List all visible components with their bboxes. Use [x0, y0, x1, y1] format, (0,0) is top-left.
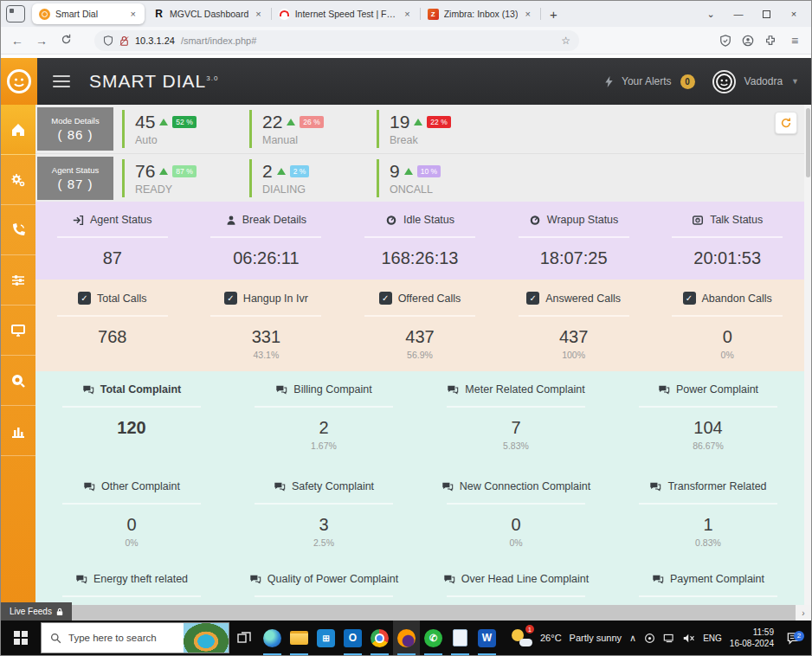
- sidebar-toggle-icon[interactable]: [53, 72, 70, 91]
- card-meter-related-complaint[interactable]: Meter Related Complaint 7 5.83%: [420, 371, 612, 468]
- back-icon[interactable]: ←: [10, 34, 25, 48]
- reload-icon[interactable]: [58, 34, 74, 48]
- checkbox-checked[interactable]: ✓: [683, 292, 696, 305]
- card-talk-status[interactable]: Talk Status 20:01:53: [650, 202, 804, 280]
- smart-dial-logo[interactable]: [1, 58, 37, 105]
- firefox-view-icon[interactable]: [6, 5, 25, 23]
- card-energy-theft-related[interactable]: Energy theft related: [35, 561, 228, 597]
- temperature[interactable]: 26°C: [540, 633, 562, 643]
- card-break-details[interactable]: Break Details 06:26:11: [190, 202, 344, 280]
- sidebar-item-controls[interactable]: [1, 255, 35, 305]
- search-highlight-image[interactable]: [184, 623, 229, 653]
- taskbar-notepad[interactable]: [447, 621, 474, 655]
- app-menu-icon[interactable]: ≡: [787, 34, 802, 48]
- language-indicator[interactable]: ENG: [703, 633, 722, 643]
- tab-zimbra[interactable]: Z Zimbra: Inbox (13) ×: [421, 3, 539, 24]
- list-tabs-icon[interactable]: ⌄: [699, 3, 723, 24]
- taskbar-clock[interactable]: 11:59 16-08-2024: [730, 627, 774, 650]
- network-display-icon[interactable]: [663, 633, 675, 644]
- bookmark-star-icon[interactable]: ☆: [561, 35, 570, 47]
- scrollbar-thumb[interactable]: [806, 108, 810, 177]
- insecure-lock-icon[interactable]: [119, 35, 129, 46]
- tab-smart-dial[interactable]: Smart Dial ×: [32, 3, 145, 24]
- card-safety-complaint[interactable]: Safety Complaint 3 2.5%: [228, 468, 420, 561]
- card-quality-of-power-complaint[interactable]: Quality of Power Complaint: [228, 561, 420, 597]
- tray-app-icon[interactable]: [644, 633, 655, 644]
- sidebar-item-home[interactable]: [1, 105, 35, 155]
- card-other-complaint[interactable]: Other Complaint 0 0%: [35, 468, 228, 561]
- shield-permissions-icon[interactable]: [103, 35, 113, 46]
- card-offered-calls[interactable]: ✓Offered Calls 437 56.9%: [343, 280, 497, 371]
- horizontal-scrollbar[interactable]: Live Feeds ›: [1, 605, 811, 621]
- card-payment-complaint[interactable]: Payment Complaint: [612, 561, 804, 597]
- sidebar-item-monitor[interactable]: [1, 305, 35, 356]
- card-total-complaint[interactable]: Total Complaint 120: [35, 371, 228, 468]
- card-over-head-line-complaint[interactable]: Over Head Line Complaint: [420, 561, 612, 597]
- start-button[interactable]: [1, 621, 41, 655]
- card-idle-status[interactable]: Idle Status 168:26:13: [343, 202, 497, 280]
- weather-icon[interactable]: 1: [512, 627, 532, 648]
- taskbar-outlook[interactable]: O: [339, 621, 366, 655]
- minimize-button[interactable]: —: [726, 3, 751, 24]
- sidebar-item-calls[interactable]: [1, 205, 35, 255]
- sidebar-item-dialer[interactable]: [1, 356, 35, 406]
- stat-dialing[interactable]: 22 % DIALING: [249, 159, 368, 197]
- maximize-button[interactable]: [754, 3, 778, 24]
- account-icon[interactable]: [742, 35, 754, 47]
- volume-muted-icon[interactable]: [683, 633, 695, 644]
- card-abandon-calls[interactable]: ✓Abandon Calls 0 0%: [650, 280, 804, 371]
- forward-icon[interactable]: →: [34, 34, 49, 48]
- stat-auto[interactable]: 4552 % Auto: [122, 110, 241, 148]
- new-tab-button[interactable]: +: [541, 7, 566, 22]
- live-feeds-tag[interactable]: Live Feeds: [1, 602, 72, 621]
- card-answered-calls[interactable]: ✓Answered Calls 437 100%: [497, 280, 651, 371]
- user-name[interactable]: Vadodra: [744, 75, 783, 87]
- stat-ready[interactable]: 7687 % READY: [122, 159, 241, 197]
- vertical-scrollbar[interactable]: [804, 105, 811, 605]
- weather-condition[interactable]: Partly sunny: [570, 633, 622, 643]
- close-button[interactable]: ×: [782, 3, 806, 24]
- checkbox-checked[interactable]: ✓: [526, 292, 539, 305]
- refresh-button[interactable]: [775, 112, 797, 134]
- taskbar-edge[interactable]: [259, 621, 286, 655]
- tab-close-icon[interactable]: ×: [403, 9, 411, 19]
- tracking-shield-icon[interactable]: [719, 35, 731, 47]
- chevron-down-icon[interactable]: ▼: [791, 77, 799, 86]
- alerts-label[interactable]: Your Alerts: [622, 75, 672, 87]
- card-billing-complaint[interactable]: Billing Compaint 2 1.67%: [228, 371, 420, 468]
- url-bar[interactable]: 10.3.1.24/smart/index.php# ☆: [94, 30, 579, 51]
- taskbar-file-explorer[interactable]: [286, 621, 313, 655]
- user-avatar[interactable]: [712, 70, 736, 93]
- taskbar-store[interactable]: ⊞: [313, 621, 339, 655]
- tray-expand-icon[interactable]: ∧: [629, 633, 636, 644]
- taskbar-chrome[interactable]: [366, 621, 393, 655]
- taskbar-whatsapp[interactable]: ✆: [420, 621, 447, 655]
- sidebar-item-reports[interactable]: [1, 406, 35, 456]
- tab-fast-com[interactable]: Internet Speed Test | Fast.com ×: [272, 3, 419, 24]
- sidebar-item-settings[interactable]: [1, 155, 35, 205]
- task-view-button[interactable]: [229, 621, 259, 655]
- action-center-button[interactable]: 2: [782, 632, 804, 645]
- card-agent-status[interactable]: Agent Status 87: [35, 202, 190, 280]
- tab-mgvcl-dashboard[interactable]: R MGVCL Dashboard ×: [146, 3, 270, 24]
- card-wrapup-status[interactable]: Wrapup Status 18:07:25: [497, 202, 651, 280]
- card-power-complaint[interactable]: Power Complaint 104 86.67%: [612, 371, 804, 468]
- taskbar-word[interactable]: W: [474, 621, 500, 655]
- stat-manual[interactable]: 2226 % Manual: [249, 110, 368, 148]
- checkbox-checked[interactable]: ✓: [224, 292, 237, 305]
- taskbar-search[interactable]: Type here to search: [41, 622, 229, 653]
- tab-close-icon[interactable]: ×: [129, 9, 138, 19]
- card-hangup-in-ivr[interactable]: ✓Hangup In Ivr 331 43.1%: [190, 280, 344, 371]
- scroll-right-arrow[interactable]: ›: [796, 605, 811, 621]
- card-new-connection-complaint[interactable]: New Connection Complaint 0 0%: [420, 468, 612, 561]
- card-transformer-related[interactable]: Transformer Related 1 0.83%: [612, 468, 804, 561]
- tab-close-icon[interactable]: ×: [523, 9, 532, 19]
- taskbar-firefox[interactable]: [393, 621, 420, 655]
- extensions-icon[interactable]: [764, 35, 777, 47]
- stat-break[interactable]: 1922 % Break: [377, 110, 495, 148]
- checkbox-checked[interactable]: ✓: [78, 292, 91, 305]
- tab-close-icon[interactable]: ×: [254, 9, 262, 19]
- alerts-count-badge[interactable]: 0: [680, 74, 695, 89]
- card-total-calls[interactable]: ✓Total Calls 768: [35, 280, 190, 371]
- checkbox-checked[interactable]: ✓: [379, 292, 392, 305]
